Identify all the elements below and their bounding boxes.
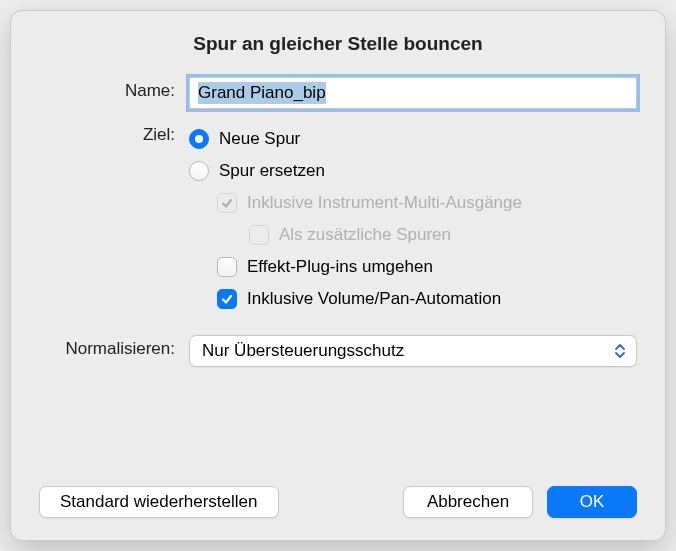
- button-row: Standard wiederherstellen Abbrechen OK: [39, 486, 637, 518]
- name-input[interactable]: Grand Piano_bip: [189, 77, 637, 109]
- radio-replace-track[interactable]: Spur ersetzen: [189, 155, 637, 187]
- check-as-additional: Als zusätzliche Spuren: [189, 219, 637, 251]
- cancel-button[interactable]: Abbrechen: [403, 486, 533, 518]
- check-bypass-fx-label: Effekt-Plug-ins umgehen: [247, 257, 433, 277]
- radio-icon: [189, 161, 209, 181]
- check-include-multi-label: Inklusive Instrument-Multi-Ausgänge: [247, 193, 522, 213]
- radio-new-track[interactable]: Neue Spur: [189, 123, 637, 155]
- checkbox-icon: [217, 289, 237, 309]
- radio-replace-track-label: Spur ersetzen: [219, 161, 325, 181]
- bounce-dialog: Spur an gleicher Stelle bouncen Name: Gr…: [10, 10, 666, 541]
- normalize-row: Normalisieren: Nur Übersteuerungsschutz: [39, 335, 637, 367]
- checkbox-icon: [217, 257, 237, 277]
- restore-default-button[interactable]: Standard wiederherstellen: [39, 486, 279, 518]
- normalize-label: Normalisieren:: [39, 335, 189, 359]
- dialog-title: Spur an gleicher Stelle bouncen: [39, 33, 637, 55]
- ok-button[interactable]: OK: [547, 486, 637, 518]
- radio-icon: [189, 129, 209, 149]
- name-input-value: Grand Piano_bip: [198, 82, 326, 104]
- name-label: Name:: [39, 77, 189, 101]
- checkbox-icon: [217, 193, 237, 213]
- normalize-value: Nur Übersteuerungsschutz: [202, 341, 610, 361]
- name-row: Name: Grand Piano_bip: [39, 77, 637, 109]
- chevron-up-down-icon: [610, 340, 630, 362]
- normalize-select[interactable]: Nur Übersteuerungsschutz: [189, 335, 637, 367]
- check-include-multi: Inklusive Instrument-Multi-Ausgänge: [189, 187, 637, 219]
- destination-row: Ziel: Neue Spur Spur ersetzen Inklusive …: [39, 121, 637, 315]
- check-bypass-fx[interactable]: Effekt-Plug-ins umgehen: [189, 251, 637, 283]
- destination-label: Ziel:: [39, 121, 189, 145]
- radio-new-track-label: Neue Spur: [219, 129, 300, 149]
- check-include-volpan-label: Inklusive Volume/Pan-Automation: [247, 289, 501, 309]
- check-as-additional-label: Als zusätzliche Spuren: [279, 225, 451, 245]
- checkbox-icon: [249, 225, 269, 245]
- check-include-volpan[interactable]: Inklusive Volume/Pan-Automation: [189, 283, 637, 315]
